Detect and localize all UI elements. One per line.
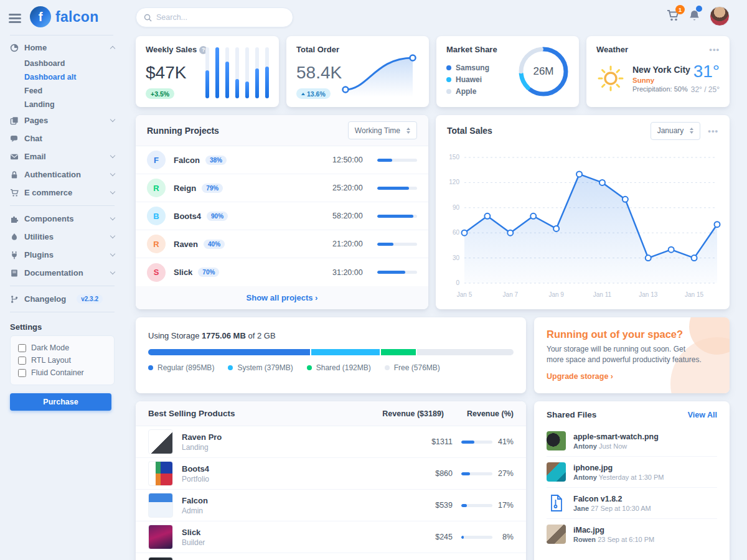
- sidebar-item-label: Plugins: [24, 250, 54, 259]
- project-row: S Slick 70% 31:20:00: [136, 258, 428, 286]
- sidebar-item-components[interactable]: Components: [0, 210, 125, 228]
- file-name[interactable]: apple-smart-watch.png: [573, 432, 659, 441]
- project-name[interactable]: Falcon: [174, 156, 200, 165]
- hamburger-menu-icon[interactable]: [9, 14, 21, 24]
- project-name[interactable]: Reign: [174, 184, 196, 193]
- upgrade-storage-link[interactable]: Upgrade storage ›: [547, 372, 613, 381]
- fluid-container-checkbox[interactable]: [18, 369, 26, 377]
- file-user: Jane: [573, 505, 589, 512]
- sidebar-item-documentation[interactable]: Documentation: [0, 264, 125, 282]
- project-name[interactable]: Boots4: [174, 212, 201, 221]
- project-name[interactable]: Raven: [174, 240, 198, 249]
- weekly-sales-card: Weekly Sales? $47K +3.5%: [136, 36, 279, 107]
- sidebar-item-chat[interactable]: Chat: [0, 129, 125, 147]
- weather-precipitation: Precipitation: 50%: [632, 85, 690, 93]
- checkbox-label: Dark Mode: [31, 343, 69, 352]
- brand-logo[interactable]: f falcon: [30, 6, 99, 27]
- project-row: B Boots4 90% 58:20:00: [136, 202, 428, 230]
- product-category: Landing: [182, 443, 399, 452]
- sidebar-item-dashboard-alt[interactable]: Dashboard alt: [0, 70, 125, 84]
- svg-text:Jan 7: Jan 7: [503, 291, 519, 298]
- fluid-container-toggle[interactable]: Fluid Container: [18, 366, 106, 379]
- legend-label: Apple: [456, 87, 476, 96]
- rtl-layout-checkbox[interactable]: [18, 357, 26, 365]
- sidebar-item-authentication[interactable]: Authentication: [0, 166, 125, 184]
- total-order-card: Total Order 58.4K 13.6%: [286, 36, 429, 107]
- project-avatar: B: [147, 207, 166, 225]
- upgrade-space-card: Running out of your space? Your storage …: [534, 317, 730, 393]
- chevron-down-icon: [110, 269, 115, 274]
- chevron-down-icon: [110, 153, 115, 158]
- product-percent: 27%: [492, 469, 514, 478]
- project-percent-badge: 70%: [198, 268, 219, 277]
- sidebar-item-utilities[interactable]: Utilities: [0, 228, 125, 246]
- product-name[interactable]: Boots4: [182, 464, 399, 474]
- file-item[interactable]: Falcon v1.8.2 Jane 27 Sep at 10:30 AM: [534, 488, 730, 518]
- sidebar-item-changelog[interactable]: Changelog v2.3.2: [0, 290, 125, 308]
- legend-dot: [446, 65, 451, 70]
- card-title: Weekly Sales: [146, 45, 197, 54]
- product-name[interactable]: Raven Pro: [182, 432, 399, 442]
- product-category: Builder: [182, 538, 399, 547]
- chevron-down-icon: [110, 117, 115, 122]
- dark-mode-checkbox[interactable]: [18, 344, 26, 352]
- working-time-select[interactable]: Working Time: [348, 121, 417, 139]
- product-progress-bar: [461, 536, 492, 539]
- dark-mode-toggle[interactable]: Dark Mode: [18, 342, 106, 354]
- user-avatar[interactable]: [710, 6, 730, 26]
- file-item[interactable]: iphone.jpg Antony Yesterday at 1:30 PM: [534, 457, 730, 487]
- divider: [10, 205, 115, 206]
- month-select[interactable]: January: [651, 122, 701, 140]
- project-name[interactable]: Slick: [174, 268, 192, 277]
- table-row-partial: [136, 553, 526, 560]
- file-name[interactable]: Falcon v1.8.2: [573, 495, 651, 503]
- project-row: R Reign 79% 25:20:00: [136, 174, 428, 202]
- project-avatar: R: [147, 235, 166, 253]
- total-sales-card: Total Sales January ••• 0306090120150Jan…: [436, 115, 730, 309]
- file-name[interactable]: iphone.jpg: [573, 464, 664, 472]
- total-order-sparkline: [337, 50, 421, 100]
- sidebar-item-pages[interactable]: Pages: [0, 111, 125, 129]
- table-row: Boots4Portfolio $860 27%: [136, 458, 526, 490]
- shared-files-card: Shared Files View All apple-smart-watch.…: [534, 401, 730, 560]
- project-avatar: S: [147, 263, 166, 282]
- sidebar-item-plugins[interactable]: Plugins: [0, 246, 125, 264]
- search-bar[interactable]: [136, 7, 293, 27]
- column-header-revenue: Revenue ($3189): [350, 409, 444, 418]
- weekly-sales-bar-chart: [205, 46, 269, 98]
- select-arrows-icon: [690, 128, 693, 134]
- search-input[interactable]: [156, 13, 285, 22]
- file-time: Yesterday at 1:30 PM: [599, 474, 664, 481]
- card-header: Total Sales January •••: [436, 115, 730, 146]
- file-name[interactable]: iMac.jpg: [573, 526, 654, 534]
- sidebar-item-label: Chat: [24, 134, 42, 143]
- sidebar-item-email[interactable]: Email: [0, 147, 125, 166]
- sidebar-item-ecommerce[interactable]: E commerce: [0, 184, 125, 202]
- checkbox-label: RTL Layout: [31, 356, 71, 365]
- sidebar-item-label: E commerce: [24, 188, 72, 197]
- file-item[interactable]: iMac.jpg Rowen 23 Sep at 6:10 PM: [534, 519, 730, 549]
- sidebar-item-dashboard[interactable]: Dashboard: [0, 57, 125, 70]
- show-all-projects-link[interactable]: Show all projects ›: [247, 293, 318, 302]
- pages-icon: [10, 116, 19, 125]
- file-item[interactable]: apple-smart-watch.png Antony Just Now: [534, 426, 730, 456]
- sidebar-item-landing[interactable]: Landing: [0, 98, 125, 111]
- card-menu-icon[interactable]: •••: [708, 126, 718, 136]
- view-all-link[interactable]: View All: [688, 411, 717, 419]
- card-menu-icon[interactable]: •••: [709, 45, 720, 54]
- product-name[interactable]: Falcon: [182, 496, 399, 505]
- cart-button[interactable]: 1: [666, 9, 680, 24]
- sidebar-item-label: Utilities: [24, 232, 54, 241]
- brand-name: falcon: [55, 9, 99, 26]
- sidebar-item-feed[interactable]: Feed: [0, 84, 125, 98]
- notifications-button[interactable]: [688, 9, 701, 24]
- rtl-layout-toggle[interactable]: RTL Layout: [18, 354, 106, 366]
- product-thumbnail: [148, 525, 173, 549]
- product-name[interactable]: Slick: [182, 528, 399, 537]
- card-header: Running Projects Working Time: [136, 115, 428, 146]
- file-user: Antony: [573, 474, 597, 481]
- notification-dot-badge: [696, 6, 702, 12]
- product-revenue: $1311: [399, 437, 453, 446]
- purchase-button[interactable]: Purchase: [10, 393, 111, 411]
- sidebar-item-home[interactable]: Home: [0, 39, 125, 57]
